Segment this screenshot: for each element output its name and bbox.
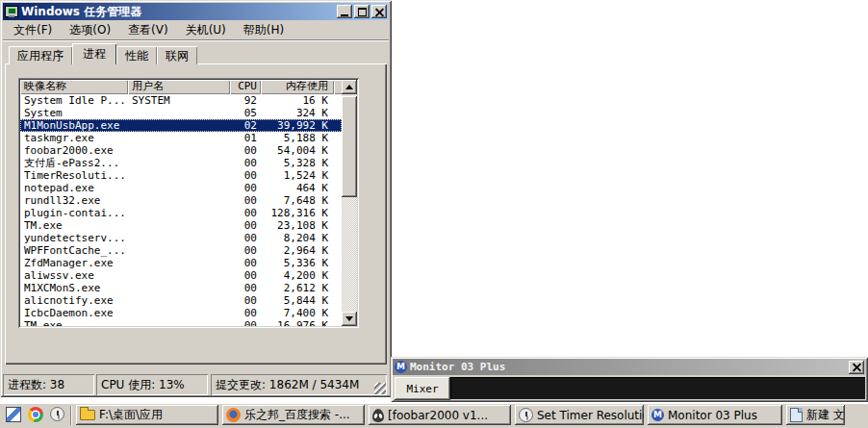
resize-grip[interactable]	[374, 383, 386, 394]
process-row[interactable]: alicnotify.exe 00 5,844 K	[20, 294, 342, 307]
process-user-name	[128, 144, 230, 157]
process-image-name: TM.exe	[20, 219, 128, 232]
column-header-user-name[interactable]: 用户名	[128, 80, 230, 94]
process-user-name: SYSTEM	[128, 94, 230, 107]
column-header-cpu[interactable]: CPU	[230, 80, 261, 94]
process-image-name: rundll32.exe	[20, 194, 128, 207]
process-row[interactable]: rundll32.exe 00 7,648 K	[20, 194, 342, 207]
maximize-button[interactable]	[354, 5, 370, 18]
taskbar-button[interactable]: 新建 文	[786, 405, 845, 425]
process-cpu: 92	[230, 94, 261, 107]
task-manager-titlebar[interactable]: Windows 任务管理器	[3, 3, 389, 20]
process-image-name: plugin-contai...	[20, 207, 128, 219]
mixer-tab-button[interactable]: Mixer	[395, 377, 450, 400]
monitor-03-plus-window: Monitor 03 Plus Mixer	[391, 357, 868, 402]
menu-item[interactable]: 文件(F)	[5, 20, 61, 40]
menu-item[interactable]: 查看(V)	[119, 20, 177, 40]
monitor-titlebar[interactable]: Monitor 03 Plus	[393, 359, 866, 375]
tab[interactable]: 性能	[116, 46, 157, 64]
process-memory: 5,336 K	[261, 257, 334, 269]
process-row[interactable]: 支付盾-ePass2... 00 5,328 K	[20, 157, 342, 169]
status-commit-charge: 提交更改: 1862M / 5434M	[211, 374, 387, 395]
process-row[interactable]: TM.exe 00 16,976 K	[20, 319, 342, 326]
taskbar-button[interactable]: F:\桌面\应用	[76, 405, 218, 425]
monitor-m-icon	[651, 409, 664, 421]
process-memory: 2,964 K	[261, 244, 334, 257]
app-launcher-icon[interactable]	[6, 407, 21, 422]
scrollbar-thumb[interactable]	[342, 96, 357, 197]
monitor-m-icon	[395, 361, 407, 373]
process-row[interactable]: yundetectserv... 00 8,204 K	[20, 232, 342, 244]
process-row[interactable]: aliwssv.exe 00 4,200 K	[20, 269, 342, 282]
process-image-name: IcbcDaemon.exe	[20, 307, 128, 319]
process-list-box: 映像名称 用户名 CPU 内存使用 System Idle P... SYSTE…	[18, 78, 359, 328]
menu-item[interactable]: 关机(U)	[177, 20, 235, 40]
process-memory: 1,524 K	[261, 169, 334, 182]
timer-clock-icon	[519, 408, 533, 422]
process-row[interactable]: plugin-contai... 00 128,316 K	[20, 207, 342, 219]
process-memory: 39,992 K	[261, 119, 334, 132]
tab[interactable]: 进程	[72, 43, 116, 64]
menu-bar: 文件(F) 选项(O) 查看(V) 关机(U) 帮助(H)	[3, 21, 389, 39]
taskbar-button[interactable]: 乐之邦_百度搜索 -...	[222, 405, 365, 425]
taskbar-button-label: 新建 文	[806, 407, 845, 423]
close-button[interactable]	[371, 5, 387, 18]
process-list-inner: 映像名称 用户名 CPU 内存使用 System Idle P... SYSTE…	[20, 80, 357, 326]
tab[interactable]: 联网	[157, 46, 197, 64]
chrome-icon[interactable]	[28, 407, 43, 422]
close-icon	[375, 8, 384, 16]
process-row[interactable]: ZfdManager.exe 00 5,336 K	[20, 257, 342, 269]
firefox-icon	[226, 408, 241, 422]
tab[interactable]: 应用程序	[9, 46, 72, 64]
column-header-memory[interactable]: 内存使用	[261, 80, 334, 94]
process-memory: 5,188 K	[261, 132, 334, 144]
process-row[interactable]: IcbcDaemon.exe 00 7,400 K	[20, 307, 342, 319]
process-row[interactable]: TM.exe 00 23,108 K	[20, 219, 342, 232]
process-user-name	[128, 232, 230, 244]
column-header-image-name[interactable]: 映像名称	[20, 80, 128, 94]
process-row[interactable]: System Idle P... SYSTEM 92 16 K	[20, 94, 342, 107]
process-row[interactable]: TimerResoluti... 00 1,524 K	[20, 169, 342, 182]
process-user-name	[128, 244, 230, 257]
clock-icon[interactable]	[50, 407, 64, 421]
process-image-name: taskmgr.exe	[20, 132, 128, 144]
menu-separator	[3, 39, 389, 41]
process-cpu: 00	[230, 182, 261, 194]
process-cpu: 00	[230, 307, 261, 319]
taskbar-button-label: F:\桌面\应用	[99, 407, 163, 423]
monitor-close-button[interactable]	[849, 361, 864, 374]
process-image-name: M1XCMonS.exe	[20, 282, 128, 294]
process-row[interactable]: System 05 324 K	[20, 107, 342, 119]
status-commit-text: 提交更改: 1862M / 5434M	[216, 377, 359, 393]
process-row[interactable]: M1XCMonS.exe 00 2,612 K	[20, 282, 342, 294]
process-row[interactable]: foobar2000.exe 00 54,004 K	[20, 144, 342, 157]
taskbar-button[interactable]: [foobar2000 v1...	[369, 405, 511, 425]
minimize-button[interactable]	[337, 5, 352, 18]
process-memory: 2,612 K	[261, 282, 334, 294]
taskbar-button-label: 乐之邦_百度搜索 -...	[244, 407, 350, 423]
process-cpu: 00	[230, 219, 261, 232]
process-user-name	[128, 119, 230, 132]
menu-item[interactable]: 选项(O)	[61, 20, 119, 40]
process-image-name: TM.exe	[20, 319, 128, 326]
scroll-up-button[interactable]	[342, 80, 357, 94]
taskbar: F:\桌面\应用 乐之邦_百度搜索 -... [foobar2000 v1...…	[0, 403, 868, 428]
process-cpu: 00	[230, 169, 261, 182]
menu-item[interactable]: 帮助(H)	[235, 20, 293, 40]
process-image-name: M1MonUsbApp.exe	[20, 119, 128, 132]
process-image-name: System Idle P...	[20, 94, 128, 107]
process-row[interactable]: WPFFontCache_... 00 2,964 K	[20, 244, 342, 257]
taskbar-button[interactable]: Set Timer Resolution	[515, 405, 644, 425]
process-memory: 7,648 K	[261, 194, 334, 207]
taskbar-separator	[70, 406, 72, 425]
process-user-name	[128, 207, 230, 219]
process-memory: 8,204 K	[261, 232, 334, 244]
scroll-down-button[interactable]	[342, 312, 357, 326]
process-row[interactable]: taskmgr.exe 01 5,188 K	[20, 132, 342, 144]
vertical-scrollbar[interactable]	[342, 80, 357, 326]
process-row[interactable]: notepad.exe 00 464 K	[20, 182, 342, 194]
process-row[interactable]: M1MonUsbApp.exe 02 39,992 K	[20, 119, 342, 132]
taskbar-button[interactable]: Monitor 03 Plus	[648, 405, 782, 425]
process-memory: 4,200 K	[261, 269, 334, 282]
process-cpu: 01	[230, 132, 261, 144]
